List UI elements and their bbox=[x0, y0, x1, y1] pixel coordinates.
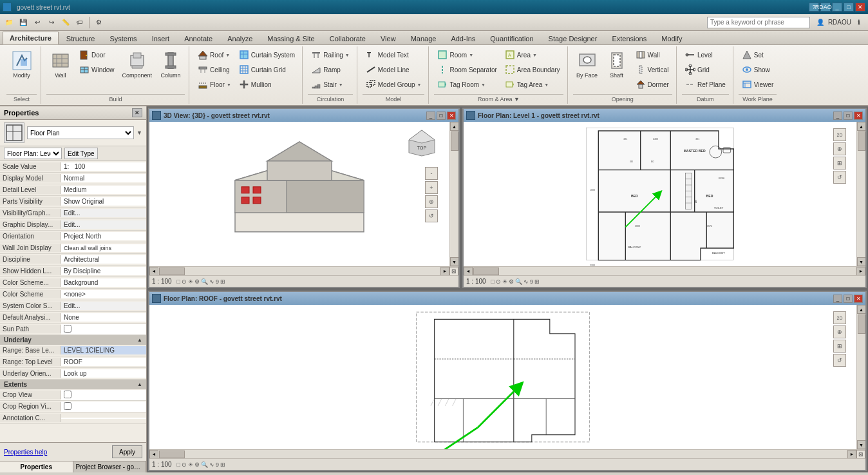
view-3d-scroll-h-thumb[interactable] bbox=[159, 267, 185, 275]
view-roof-scroll-thumb[interactable] bbox=[858, 315, 865, 334]
rf-footer-icon-1[interactable]: □ bbox=[177, 461, 180, 468]
view-level1-minimize[interactable]: _ bbox=[833, 111, 842, 120]
view-3d-scrollbar-h[interactable]: ◄ ► ⊠ bbox=[149, 266, 458, 275]
tab-view[interactable]: View bbox=[373, 32, 403, 44]
door-btn[interactable]: Door bbox=[76, 48, 118, 62]
sunpath-checkbox[interactable] bbox=[64, 325, 71, 333]
view-level1-controls[interactable]: _ □ ✕ bbox=[833, 111, 863, 120]
view-3d-scrollbar-v[interactable]: ▲ ▼ bbox=[449, 122, 458, 266]
model-text-btn[interactable]: T Model Text bbox=[363, 48, 425, 62]
tab-modify[interactable]: Modify bbox=[654, 32, 689, 44]
tab-annotate[interactable]: Annotate bbox=[177, 32, 220, 44]
rf-footer-icon-3[interactable]: ☀ bbox=[188, 461, 193, 468]
zoom-out-btn[interactable]: - bbox=[425, 167, 438, 180]
l1-footer-icon-7[interactable]: 9 bbox=[530, 278, 533, 285]
shaft-btn[interactable]: Shaft bbox=[603, 48, 631, 81]
view-roof-restore[interactable]: □ bbox=[844, 295, 853, 303]
pan-btn[interactable]: ⊕ bbox=[425, 195, 438, 208]
rf-footer-icon-4[interactable]: ⚙ bbox=[194, 461, 200, 468]
roof-btn[interactable]: Roof ▼ bbox=[194, 48, 234, 62]
view-roof-scroll-right[interactable]: ► bbox=[847, 450, 856, 459]
nav-cube[interactable]: TOP bbox=[406, 127, 438, 159]
qa-redo-btn[interactable]: ↪ bbox=[45, 16, 58, 29]
l1-footer-icon-5[interactable]: 🔍 bbox=[515, 278, 522, 285]
view-roof-scroll-down[interactable]: ▼ bbox=[857, 440, 866, 449]
viewer-btn[interactable]: Viewer bbox=[739, 77, 777, 92]
rf-footer-icon-7[interactable]: 9 bbox=[216, 461, 219, 468]
footer-icon-8[interactable]: ⊞ bbox=[220, 278, 225, 285]
area-btn[interactable]: A Area ▼ bbox=[502, 48, 563, 62]
tab-systems[interactable]: Systems bbox=[102, 32, 144, 44]
view-3d-canvas[interactable]: TOP bbox=[149, 122, 449, 266]
l1-footer-icon-8[interactable]: ⊞ bbox=[534, 278, 540, 285]
tab-structure[interactable]: Structure bbox=[59, 32, 102, 44]
prop-type-select[interactable]: Floor Plan bbox=[27, 126, 134, 139]
l1-footer-icon-2[interactable]: ⊙ bbox=[496, 278, 501, 285]
dormer-btn[interactable]: Dormer bbox=[632, 77, 672, 92]
view-3d-scroll-left[interactable]: ◄ bbox=[149, 267, 158, 276]
underlay-section-header[interactable]: Underlay ▲ bbox=[0, 335, 146, 345]
orbit-btn[interactable]: ↺ bbox=[425, 209, 438, 222]
by-face-btn[interactable]: By Face bbox=[573, 48, 601, 81]
tag-area-btn[interactable]: Tag Area ▼ bbox=[502, 77, 563, 92]
column-btn[interactable]: Column bbox=[156, 48, 185, 81]
window-btn[interactable]: Window bbox=[76, 63, 118, 77]
tab-stage-designer[interactable]: Stage Designer bbox=[542, 32, 605, 44]
zoom-roof-2d[interactable]: 2D bbox=[833, 311, 846, 324]
view-level1-scrollbar-v[interactable]: ▲ ▼ bbox=[856, 122, 865, 266]
floor-btn[interactable]: Floor ▼ bbox=[194, 77, 234, 92]
prop-value-crop-region[interactable] bbox=[61, 402, 146, 412]
wall-btn[interactable]: Wall bbox=[46, 48, 75, 81]
prop-level-select[interactable]: Floor Plan: Level 1 bbox=[4, 148, 62, 159]
tab-extensions[interactable]: Extensions bbox=[605, 32, 654, 44]
show-btn[interactable]: Show bbox=[739, 63, 777, 77]
ref-plane-btn[interactable]: Ref Plane bbox=[682, 77, 729, 92]
qa-open-btn[interactable]: 📁 bbox=[3, 16, 15, 29]
rf-footer-icon-2[interactable]: ⊙ bbox=[182, 461, 187, 468]
extents-section-header[interactable]: Extents ▲ bbox=[0, 380, 146, 389]
modify-btn[interactable]: Modify bbox=[8, 48, 36, 81]
footer-icon-1[interactable]: □ bbox=[177, 278, 180, 285]
tab-insert[interactable]: Insert bbox=[145, 32, 177, 44]
tab-addins[interactable]: Add-Ins bbox=[444, 32, 482, 44]
view-3d-close[interactable]: ✕ bbox=[447, 111, 456, 120]
l1-footer-icon-4[interactable]: ⚙ bbox=[509, 278, 514, 285]
curtain-grid-btn[interactable]: Curtain Grid bbox=[236, 63, 298, 77]
view-3d-scroll-thumb[interactable] bbox=[451, 131, 458, 151]
footer-icon-5[interactable]: 🔍 bbox=[201, 278, 208, 285]
tab-analyze[interactable]: Analyze bbox=[220, 32, 259, 44]
crop-view-checkbox[interactable] bbox=[64, 391, 71, 398]
view-roof-scroll-left[interactable]: ◄ bbox=[149, 450, 158, 459]
prop-tab-properties[interactable]: Properties bbox=[0, 461, 73, 472]
view-roof-scrollbar-h[interactable]: ◄ ► ⊠ bbox=[149, 449, 865, 458]
zoom-roof-rotate[interactable]: ↺ bbox=[833, 354, 846, 367]
view-roof-canvas[interactable]: 2D ⊕ ⊞ ↺ bbox=[149, 305, 856, 449]
zoom-in-btn[interactable]: + bbox=[425, 181, 438, 194]
l1-footer-icon-3[interactable]: ☀ bbox=[502, 278, 507, 285]
footer-icon-7[interactable]: 9 bbox=[216, 278, 219, 285]
tab-collaborate[interactable]: Collaborate bbox=[323, 32, 373, 44]
view-roof-scroll-up[interactable]: ▲ bbox=[857, 305, 866, 314]
tab-quantification[interactable]: Quantification bbox=[483, 32, 540, 44]
prop-tab-browser[interactable]: Project Browser - govett stre... bbox=[73, 461, 147, 472]
l1-footer-icon-1[interactable]: □ bbox=[491, 278, 495, 285]
opening-wall-btn[interactable]: Wall bbox=[632, 48, 672, 62]
prop-value-sunpath[interactable] bbox=[61, 324, 146, 334]
rf-footer-icon-5[interactable]: 🔍 bbox=[201, 461, 208, 468]
view-3d-minimize[interactable]: _ bbox=[426, 111, 435, 120]
view-3d-controls[interactable]: _ □ ✕ bbox=[426, 111, 456, 120]
level-btn[interactable]: Level bbox=[682, 48, 729, 62]
view-roof-close[interactable]: ✕ bbox=[854, 295, 863, 303]
view-level1-close[interactable]: ✕ bbox=[854, 111, 863, 120]
user-icon[interactable]: 👤 bbox=[814, 16, 827, 29]
tag-room-btn[interactable]: Tag Room ▼ bbox=[434, 77, 500, 92]
prop-value-crop-view[interactable] bbox=[61, 390, 146, 400]
area-boundary-btn[interactable]: Area Boundary bbox=[502, 63, 563, 77]
footer-icon-6[interactable]: ∿ bbox=[209, 278, 214, 285]
model-group-btn[interactable]: Model Group ▼ bbox=[363, 77, 425, 92]
component-btn[interactable]: Component bbox=[119, 48, 156, 81]
footer-icon-3[interactable]: ☀ bbox=[188, 278, 193, 285]
mullion-btn[interactable]: Mullion bbox=[236, 77, 298, 92]
view-level1-canvas[interactable]: DN MASTER BED BED BED ENS TOILET BALCONY… bbox=[464, 122, 856, 266]
view-level1-restore[interactable]: □ bbox=[844, 111, 853, 120]
